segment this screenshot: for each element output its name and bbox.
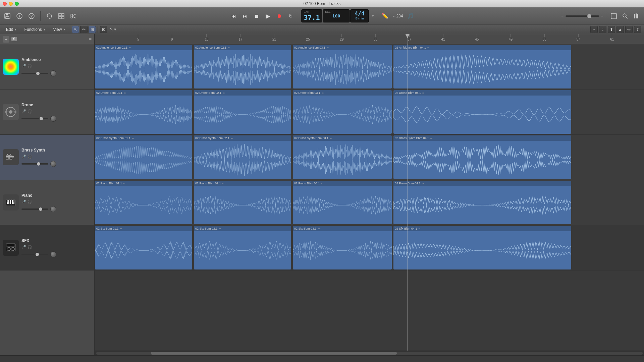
track-header-piano[interactable]: Piano 🎤 🎧: [0, 180, 94, 225]
view-menu[interactable]: View ▼: [50, 26, 69, 33]
clip-loop-icon-1: ∞: [231, 137, 233, 140]
loop-icon[interactable]: [45, 11, 54, 21]
clip-0[interactable]: 02 Ambience Bbm 01.1∞: [95, 45, 192, 88]
rewind-button[interactable]: ⏮: [229, 11, 239, 21]
pointer-tool[interactable]: ↖: [72, 26, 79, 33]
clip-0[interactable]: 02 Sfx Bbm 01.1∞: [95, 226, 192, 269]
clip-3[interactable]: 02 Brass Synth Bbm 04.1∞: [393, 135, 571, 179]
grid-icon[interactable]: [57, 11, 66, 21]
sfx-vol-slider[interactable]: [21, 254, 48, 255]
display-dropdown[interactable]: [370, 9, 376, 22]
marquee-tool[interactable]: ⊞: [89, 26, 96, 33]
zoom-triangle-btn[interactable]: ▲: [616, 26, 624, 33]
zoom-fit-btn[interactable]: ↔: [590, 26, 598, 33]
zoom-v-btn[interactable]: ⇕: [634, 26, 641, 33]
drone-vol-thumb[interactable]: [40, 117, 43, 120]
cycle-button[interactable]: ↻: [286, 11, 296, 21]
pencil-tool[interactable]: ✏: [80, 26, 88, 33]
help-icon[interactable]: ?: [27, 11, 36, 21]
clip-header-3: 02 Brass Synth Bbm 04.1∞: [393, 135, 571, 141]
clip-0[interactable]: 02 Drone Bbm 01.1∞: [95, 90, 192, 134]
clip-3[interactable]: 02 Ambience Bbm 04.1∞: [393, 45, 571, 88]
add-track-button[interactable]: +: [3, 36, 9, 43]
track-header-sfx[interactable]: SFX 🎤 🎧: [0, 225, 94, 270]
track-header-ambience[interactable]: Ambience 🎤 🎧: [0, 44, 94, 89]
clip-1[interactable]: 02 Ambience Bbm 02.1∞: [194, 45, 291, 88]
clip-1[interactable]: 02 Drone Bbm 02.1∞: [194, 90, 291, 134]
ambience-vol-slider[interactable]: [21, 73, 48, 74]
sfx-pan-knob[interactable]: [50, 251, 56, 257]
clip-0[interactable]: 02 Piano Bbm 01.1∞: [95, 181, 192, 224]
ambience-vol-thumb[interactable]: [36, 72, 40, 75]
svg-point-13: [71, 16, 73, 18]
snap-button[interactable]: ⊠: [100, 26, 107, 33]
save-icon[interactable]: [3, 11, 12, 21]
close-button[interactable]: [3, 2, 7, 6]
waveform-3: [393, 231, 571, 269]
ruler-mark-5: 5: [137, 34, 139, 41]
ambience-pan-knob[interactable]: [50, 70, 56, 76]
waveform-2: [293, 231, 392, 269]
minimize-button[interactable]: [9, 2, 13, 6]
drone-volume: [21, 116, 92, 122]
track-header-brass-synth[interactable]: Brass Synth 🎤 🎧: [0, 135, 94, 180]
clip-2[interactable]: 02 Sfx Bbm 03.1∞: [293, 226, 392, 269]
maximize-button[interactable]: [15, 2, 19, 6]
sfx-vol-thumb[interactable]: [36, 253, 39, 256]
zoom-h-btn[interactable]: ⇔: [625, 26, 633, 33]
clip-1[interactable]: 02 Sfx Bbm 02.1∞: [194, 226, 291, 269]
ambience-headphone-icon: 🎧: [28, 64, 32, 68]
brass-synth-vol-thumb[interactable]: [37, 162, 40, 166]
svg-rect-43: [11, 200, 12, 202]
scissors-icon[interactable]: [69, 11, 78, 21]
search-icon[interactable]: [621, 11, 630, 21]
clip-header-0: 02 Ambience Bbm 01.1∞: [95, 45, 192, 50]
track-header-drone[interactable]: Drone 🎤 🎧: [0, 89, 94, 135]
play-button[interactable]: ▶: [263, 11, 273, 21]
clip-2[interactable]: 02 Brass Synth Bbm 03.1∞: [293, 135, 392, 179]
clip-loop-icon-0: ∞: [120, 227, 122, 230]
brass-synth-vol-slider[interactable]: [21, 163, 48, 165]
library-icon[interactable]: [632, 11, 641, 21]
sfx-mic-icon: 🎤: [21, 245, 26, 249]
pencil-icon[interactable]: ✏️: [380, 11, 390, 21]
traffic-lights[interactable]: [3, 2, 19, 6]
piano-vol-slider[interactable]: [21, 208, 48, 210]
clip-3[interactable]: 02 Drone Bbm 04.1∞: [393, 90, 571, 134]
sfx-track-icon: [3, 240, 19, 256]
functions-menu[interactable]: Functions ▼: [21, 26, 49, 33]
clip-loop-icon-0: ∞: [124, 92, 126, 95]
piano-vol-thumb[interactable]: [39, 207, 42, 211]
zoom-slider[interactable]: [566, 15, 599, 17]
scrollbar-thumb[interactable]: [151, 352, 397, 355]
clip-1[interactable]: 02 Brass Synth Bbm 02.1∞: [194, 135, 291, 179]
to-start-button[interactable]: ⏹: [252, 11, 262, 21]
sfx-track-info: SFX 🎤 🎧: [21, 238, 92, 257]
svg-rect-20: [634, 14, 635, 18]
window-icon[interactable]: [609, 11, 619, 21]
piano-pan-knob[interactable]: [50, 206, 56, 212]
list-view-icon[interactable]: ≡: [89, 37, 92, 42]
zoom-height-btn[interactable]: ↕: [599, 26, 606, 33]
clip-3[interactable]: 02 Piano Bbm 04.1∞: [393, 181, 571, 224]
fast-forward-button[interactable]: ⏭: [240, 11, 250, 21]
metronome-icon[interactable]: 🎵: [406, 11, 415, 21]
clip-0[interactable]: 02 Brass Synth Bbm 01.1∞: [95, 135, 192, 179]
zoom-thumb[interactable]: [587, 14, 591, 18]
drone-vol-slider[interactable]: [21, 118, 48, 119]
record-button[interactable]: ⏺: [274, 11, 284, 21]
info-icon[interactable]: i: [15, 11, 24, 21]
clip-2[interactable]: 02 Ambience Bbm 03.1∞: [293, 45, 392, 88]
clip-2[interactable]: 02 Drone Bbm 03.1∞: [293, 90, 392, 134]
clip-1[interactable]: 02 Piano Bbm 02.1∞: [194, 181, 291, 224]
scrollbar-track[interactable]: [96, 352, 643, 355]
brass-synth-pan-knob[interactable]: [50, 161, 56, 167]
clip-2[interactable]: 02 Piano Bbm 03.1∞: [293, 181, 392, 224]
drone-pan-knob[interactable]: [50, 116, 56, 122]
edit-menu[interactable]: Edit ▼: [3, 26, 20, 33]
piano-volume: [21, 206, 92, 212]
zoom-up-btn[interactable]: ⬆: [608, 26, 615, 33]
svg-rect-10: [59, 16, 61, 19]
clip-3[interactable]: 02 Sfx Bbm 04.1∞: [393, 226, 571, 269]
s-badge[interactable]: S: [11, 37, 17, 41]
